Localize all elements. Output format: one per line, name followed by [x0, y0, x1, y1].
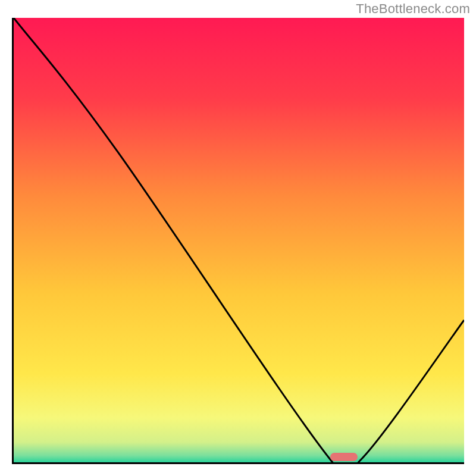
bottleneck-curve: [14, 18, 464, 462]
chart-frame: TheBottleneck.com: [0, 0, 476, 476]
plot-area: [12, 18, 464, 464]
optimal-range-marker: [330, 453, 358, 461]
watermark-text: TheBottleneck.com: [356, 1, 470, 17]
